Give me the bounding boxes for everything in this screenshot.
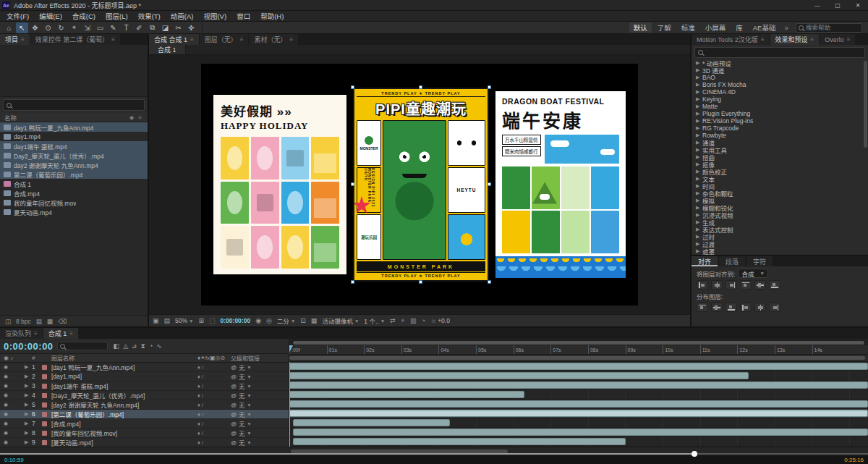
layer-name[interactable]: [day1 鸭玩一夏_九鱼Ann.mp4]: [50, 363, 197, 371]
effects-category[interactable]: ▶ RE:Vision Plug-ins: [692, 117, 868, 125]
effects-category[interactable]: ▶ CINEMA 4D: [692, 88, 868, 96]
visibility-icon[interactable]: ◉: [0, 402, 25, 408]
chevron-right-icon[interactable]: ▶: [696, 227, 700, 232]
menu-item[interactable]: 窗口: [231, 11, 255, 21]
chevron-right-icon[interactable]: ▶: [696, 104, 700, 109]
chevron-right-icon[interactable]: ▶: [696, 60, 700, 66]
parent-link-dropdown[interactable]: @无▼: [231, 420, 289, 428]
effects-category[interactable]: ▶ 扭曲: [692, 153, 868, 161]
label-color-chip[interactable]: [42, 384, 47, 389]
viewer-tab[interactable]: 素材（无）≡: [249, 34, 299, 45]
timeline-button-icon[interactable]: ▥: [410, 317, 417, 324]
project-item[interactable]: 夏天动画.mp4: [0, 207, 148, 216]
effects-category[interactable]: ▶ 沉浸式视频: [692, 211, 868, 219]
timeline-current-time[interactable]: 0:00:00:00: [4, 341, 54, 352]
player-progress-track[interactable]: [0, 453, 868, 455]
layer-duration-bar[interactable]: [289, 372, 749, 379]
timeline-layer-row[interactable]: ◉ ▶ 3 [day1端午 蛋糕.mp4] ♦ / @无▼: [0, 381, 289, 391]
selection-handle[interactable]: [419, 280, 422, 284]
pan-behind-tool[interactable]: ⇲: [81, 22, 93, 33]
chevron-right-icon[interactable]: ▶: [696, 190, 700, 196]
label-color-chip[interactable]: [42, 402, 47, 408]
timeline-layer-row[interactable]: ◉ ▶ 4 [Day2_摩天轮_蛋儿（优秀）.mp4] ♦ / @无▼: [0, 391, 289, 400]
layer-switches[interactable]: ♦ /: [197, 402, 231, 408]
clone-stamp-tool[interactable]: ⧉: [146, 22, 158, 33]
type-tool[interactable]: T: [120, 22, 132, 33]
zoom-tool[interactable]: ⊙: [42, 22, 54, 33]
chevron-right-icon[interactable]: ▶: [696, 111, 700, 117]
project-search-input[interactable]: [14, 101, 141, 109]
always-preview-icon[interactable]: ▣: [153, 317, 159, 324]
parent-link-dropdown[interactable]: @无▼: [231, 439, 289, 447]
expand-icon[interactable]: ▶: [25, 411, 32, 417]
magnification-icon[interactable]: ▤: [164, 317, 171, 324]
menu-item[interactable]: 帮助(H): [255, 11, 289, 21]
parent-link-dropdown[interactable]: @无▼: [231, 373, 289, 381]
panel-menu-icon[interactable]: ≡: [847, 36, 851, 43]
panel-menu-icon[interactable]: ≡: [34, 330, 38, 337]
layer-name[interactable]: [day2 谢谢摩天轮 九鱼Ann.mp4]: [50, 400, 197, 409]
distribute-horizontal-center-button[interactable]: [754, 303, 766, 312]
layer-duration-bar[interactable]: [293, 419, 450, 426]
workspace-tab[interactable]: 了解: [653, 22, 676, 33]
chevron-right-icon[interactable]: ▶: [696, 89, 700, 95]
close-icon[interactable]: ✕: [848, 0, 868, 11]
panel-menu-icon[interactable]: ≡: [289, 36, 293, 43]
workspace-tab[interactable]: 小屏幕: [701, 22, 731, 33]
chevron-right-icon[interactable]: ▶: [696, 169, 700, 174]
selection-handle[interactable]: [351, 85, 354, 89]
visibility-icon[interactable]: ◉: [0, 383, 25, 389]
timeline-tab[interactable]: 合成 1≡: [43, 328, 79, 339]
parent-link-dropdown[interactable]: @无▼: [231, 363, 289, 371]
layer-name[interactable]: [Day2_摩天轮_蛋儿（优秀）.mp4]: [50, 391, 197, 400]
effects-search[interactable]: [694, 47, 865, 58]
viewer-canvas[interactable]: 美好假期 »» HAPPY HOLIDAY TRENDY PLAY ★ TREN…: [149, 55, 690, 314]
eraser-tool[interactable]: ◪: [159, 22, 171, 33]
layer-duration-bar[interactable]: [293, 438, 625, 445]
effects-category[interactable]: ▶ 表达式控制: [692, 226, 868, 233]
workspace-tab[interactable]: AE基础: [749, 22, 780, 33]
layer-duration-bar[interactable]: [289, 400, 868, 408]
parent-link-header[interactable]: 父级和链接: [231, 354, 289, 362]
layer-name[interactable]: [我的童年回忆视频.mov]: [50, 429, 197, 437]
selection-handle[interactable]: [488, 85, 491, 89]
switches-header[interactable]: ♦✶fx▣◎⊘: [197, 355, 231, 361]
poster-happy-holiday[interactable]: 美好假期 »» HAPPY HOLIDAY: [213, 95, 346, 274]
menu-item[interactable]: 动画(A): [166, 11, 199, 21]
visibility-icon[interactable]: ◉: [0, 392, 25, 398]
selection-handle[interactable]: [419, 85, 422, 89]
help-search[interactable]: [796, 23, 862, 33]
camera-tool[interactable]: ⌖: [68, 22, 80, 33]
label-color-chip[interactable]: [42, 393, 47, 398]
effects-panel-tab[interactable]: Overlo≡: [820, 34, 856, 45]
player-scrubber-knob[interactable]: [692, 451, 697, 457]
camera-dropdown[interactable]: 活动摄像机▼: [322, 316, 359, 325]
view-layout-dropdown[interactable]: 1 个..▼: [364, 316, 385, 325]
transparency-grid-icon[interactable]: ▦: [311, 317, 318, 324]
expand-icon[interactable]: ▶: [25, 439, 32, 445]
expand-icon[interactable]: ▶: [25, 402, 32, 408]
project-item[interactable]: Day2_摩天轮_蛋儿（优秀）.mp4: [0, 151, 148, 160]
layer-duration-bar[interactable]: [289, 363, 868, 370]
time-ruler[interactable]: :00f01s02s03s04s05s06s07s08s09s10s11s12s…: [289, 345, 868, 355]
layer-switches[interactable]: ♦ /: [197, 439, 231, 446]
project-item[interactable]: 合成 1: [0, 179, 148, 188]
chevron-right-icon[interactable]: ▶: [696, 82, 700, 88]
selection-handle[interactable]: [351, 280, 354, 284]
menu-item[interactable]: 图层(L): [101, 11, 133, 21]
effects-category[interactable]: ▶ Matte: [692, 103, 868, 110]
timeline-layer-row[interactable]: ◉ ▶ 5 [day2 谢谢摩天轮 九鱼Ann.mp4] ♦ / @无▼: [0, 400, 289, 410]
layer-name[interactable]: [合成.mp4]: [50, 419, 197, 428]
layer-switches[interactable]: ♦ /: [197, 364, 231, 371]
time-navigator[interactable]: [292, 340, 866, 345]
timeline-layer-row[interactable]: ◉ ▶ 9 [夏天动画.mp4] ♦ / @无▼: [0, 438, 289, 447]
chevron-right-icon[interactable]: ▶: [696, 118, 700, 124]
time-navigator-thumb[interactable]: [293, 341, 864, 345]
roto-brush-tool[interactable]: ✂: [172, 22, 184, 33]
draft-3d-icon[interactable]: ◬: [123, 342, 128, 350]
workspace-tab[interactable]: 标准: [677, 22, 699, 33]
timeline-layer-row[interactable]: ◉ ▶ 6 [第二课（葡萄乐园）.mp4] ♦ / @无▼: [0, 410, 289, 419]
visibility-icon[interactable]: ◉: [0, 374, 25, 379]
chevron-right-icon[interactable]: ▶: [696, 212, 700, 218]
layer-name[interactable]: [第二课（葡萄乐园）.mp4]: [50, 410, 197, 418]
